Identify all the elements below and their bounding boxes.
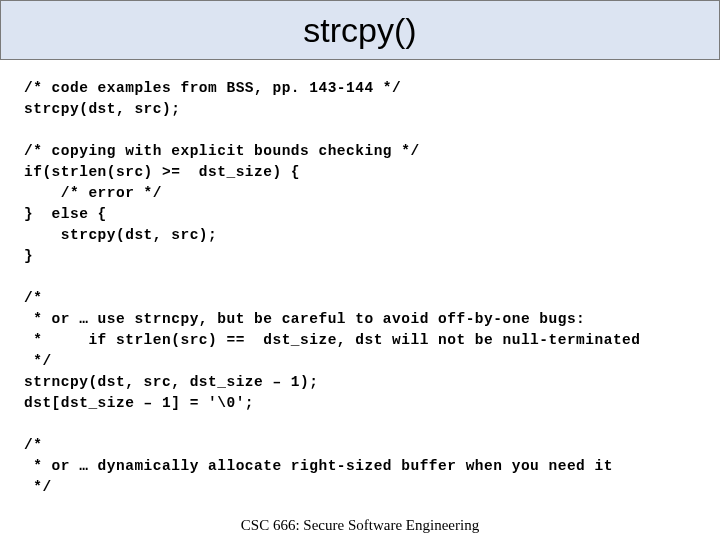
slide-title: strcpy() <box>303 11 416 50</box>
slide-footer: CSC 666: Secure Software Engineering <box>0 517 720 534</box>
code-block: /* code examples from BSS, pp. 143-144 *… <box>0 60 720 500</box>
slide-title-bar: strcpy() <box>0 0 720 60</box>
